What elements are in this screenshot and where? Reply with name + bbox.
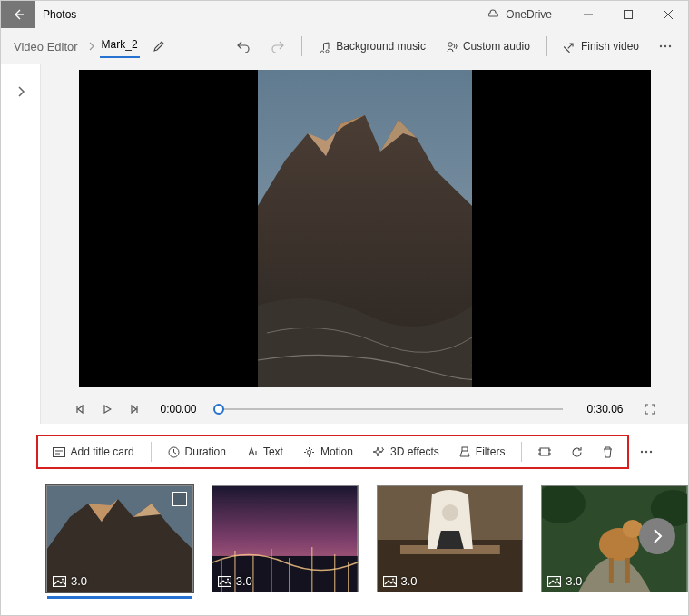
- storyboard: 3.0 3.0: [1, 469, 688, 592]
- selection-checkbox[interactable]: [172, 492, 187, 506]
- rotate-icon: [571, 446, 583, 458]
- onedrive-button[interactable]: OneDrive: [486, 8, 552, 21]
- clip-duration-value: 3.0: [71, 574, 87, 588]
- svg-rect-0: [625, 11, 633, 19]
- image-icon: [383, 576, 397, 587]
- 3d-effects-label: 3D effects: [390, 445, 439, 458]
- rotate-button[interactable]: [564, 441, 590, 464]
- svg-point-29: [227, 578, 229, 580]
- crop-icon: [538, 446, 551, 457]
- storyboard-clip[interactable]: 3.0: [212, 485, 359, 592]
- svg-rect-11: [540, 448, 549, 455]
- skip-back-icon: [75, 405, 84, 414]
- svg-point-14: [650, 451, 652, 453]
- expand-panel-button[interactable]: [10, 81, 32, 103]
- svg-rect-10: [462, 447, 468, 451]
- slider-track: [213, 408, 564, 410]
- edit-strip: Add title card Duration Text Motion 3D e…: [1, 424, 688, 469]
- finish-video-button[interactable]: Finish video: [555, 34, 648, 58]
- pencil-icon[interactable]: [153, 40, 165, 53]
- seek-slider[interactable]: [213, 403, 564, 416]
- motion-button[interactable]: Motion: [296, 440, 360, 464]
- storyboard-clip[interactable]: 3.0: [46, 485, 193, 592]
- minimize-button[interactable]: [568, 1, 608, 28]
- svg-rect-7: [53, 447, 64, 456]
- clip-duration-value: 3.0: [566, 574, 582, 588]
- svg-point-17: [62, 578, 64, 580]
- close-button[interactable]: [648, 1, 688, 28]
- left-panel: [1, 64, 41, 424]
- main-area: 0:00.00 0:30.06: [1, 64, 688, 424]
- storyboard-clip[interactable]: 3.0: [377, 485, 524, 592]
- breadcrumb-current[interactable]: Mark_2: [100, 34, 140, 58]
- redo-icon: [271, 40, 285, 53]
- image-icon: [218, 576, 231, 587]
- separator: [301, 36, 302, 56]
- export-icon: [564, 41, 576, 53]
- svg-point-2: [660, 45, 662, 47]
- play-button[interactable]: [99, 405, 115, 414]
- redo-button[interactable]: [261, 34, 294, 58]
- clip-duration: 3.0: [383, 574, 418, 588]
- sparkle-icon: [373, 446, 385, 458]
- back-button[interactable]: [1, 1, 35, 28]
- video-preview[interactable]: [79, 70, 651, 387]
- cloud-icon: [486, 9, 500, 20]
- svg-point-1: [448, 42, 453, 46]
- maximize-button[interactable]: [608, 1, 648, 28]
- clip-duration: 3.0: [218, 574, 252, 588]
- slider-thumb[interactable]: [213, 404, 224, 415]
- fullscreen-icon: [645, 404, 655, 415]
- custom-audio-button[interactable]: Custom audio: [437, 34, 539, 58]
- app-title: Photos: [35, 8, 76, 21]
- preview-image: [258, 70, 472, 387]
- duration-button[interactable]: Duration: [161, 440, 233, 464]
- toolbar-more-button[interactable]: [640, 435, 653, 469]
- svg-point-13: [645, 451, 647, 453]
- chevron-right-icon: [651, 528, 664, 544]
- duration-label: Duration: [185, 445, 226, 458]
- finish-video-label: Finish video: [581, 40, 639, 53]
- titlebar: Photos OneDrive: [1, 1, 688, 28]
- delete-button[interactable]: [595, 441, 620, 464]
- separator: [546, 36, 547, 56]
- playback-controls: 0:00.00 0:30.06: [72, 395, 658, 424]
- total-time: 0:30.06: [586, 403, 623, 416]
- separator: [521, 442, 522, 462]
- filters-icon: [459, 446, 470, 458]
- clip-duration-value: 3.0: [401, 574, 418, 588]
- separator: [151, 442, 152, 462]
- command-bar: Video Editor Mark_2 Background music Cus…: [1, 28, 688, 64]
- clip-duration-value: 3.0: [236, 574, 252, 588]
- scroll-right-button[interactable]: [639, 518, 675, 554]
- filters-button[interactable]: Filters: [452, 440, 513, 464]
- svg-point-33: [441, 504, 458, 521]
- text-icon: [246, 446, 258, 457]
- fullscreen-button[interactable]: [642, 404, 658, 415]
- custom-audio-label: Custom audio: [463, 40, 530, 53]
- clock-icon: [168, 446, 180, 458]
- music-icon: [319, 41, 330, 53]
- text-button[interactable]: Text: [239, 440, 290, 464]
- background-music-button[interactable]: Background music: [310, 34, 435, 58]
- more-button[interactable]: [650, 39, 681, 54]
- clip-duration: 3.0: [53, 574, 87, 588]
- chevron-right-icon: [87, 42, 96, 51]
- image-icon: [53, 576, 66, 587]
- ellipsis-icon: [659, 44, 672, 48]
- prev-frame-button[interactable]: [72, 405, 88, 414]
- clip-duration: 3.0: [547, 574, 582, 588]
- svg-point-12: [641, 451, 643, 453]
- undo-button[interactable]: [227, 34, 260, 58]
- svg-rect-40: [625, 558, 630, 583]
- title-card-icon: [53, 447, 65, 457]
- add-title-card-button[interactable]: Add title card: [45, 440, 142, 464]
- crop-button[interactable]: [531, 441, 558, 463]
- play-icon: [103, 405, 112, 414]
- 3d-effects-button[interactable]: 3D effects: [366, 440, 447, 464]
- onedrive-label: OneDrive: [506, 8, 552, 21]
- next-frame-button[interactable]: [126, 405, 143, 414]
- breadcrumb-root[interactable]: Video Editor: [8, 36, 84, 57]
- chevron-right-icon: [16, 85, 25, 98]
- svg-point-4: [669, 45, 671, 47]
